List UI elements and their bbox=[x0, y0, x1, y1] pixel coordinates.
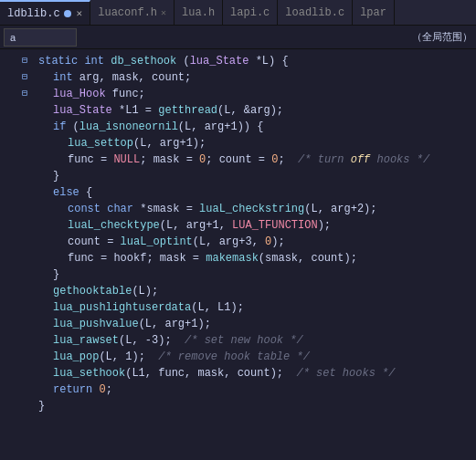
code-line-6: lua_settop(L, arg+1); bbox=[38, 135, 469, 152]
code-line-9: else { bbox=[38, 184, 469, 201]
code-line-15: gethooktable(L); bbox=[38, 283, 469, 299]
tab-luaconf-label: luaconf.h bbox=[98, 6, 157, 19]
code-line-14: } bbox=[38, 267, 469, 283]
fold-icon-2[interactable]: ⊟ bbox=[18, 69, 31, 86]
tab-lpar[interactable]: lpar bbox=[353, 0, 395, 25]
code-line-1: static int db_sethook (lua_State *L) { bbox=[38, 53, 469, 69]
tab-bar: ldblib.c ✕ luaconf.h ✕ lua.h lapi.c load… bbox=[0, 0, 476, 26]
code-line-12: count = luaL_optint(L, arg+3, 0); bbox=[38, 234, 469, 250]
tab-ldblib[interactable]: ldblib.c ✕ bbox=[0, 0, 90, 25]
code-line-2: int arg, mask, count; bbox=[38, 69, 469, 86]
search-input[interactable] bbox=[4, 28, 77, 47]
tab-loadlib[interactable]: loadlib.c bbox=[278, 0, 353, 25]
tab-lapi-label: lapi.c bbox=[230, 6, 270, 19]
code-area: ⊟ ⊟ ⊟ static int db_sethook (lua_State *… bbox=[0, 49, 476, 460]
tab-loadlib-label: loadlib.c bbox=[285, 6, 344, 19]
code-line-17: lua_pushvalue(L, arg+1); bbox=[38, 316, 469, 332]
code-line-4: lua_State *L1 = getthread(L, &arg); bbox=[38, 102, 469, 119]
tab-lpar-label: lpar bbox=[360, 6, 386, 19]
code-line-19: lua_pop(L, 1); /* remove hook table */ bbox=[38, 349, 469, 365]
tab-lapi[interactable]: lapi.c bbox=[223, 0, 278, 25]
code-line-10: const char *smask = luaL_checkstring(L, … bbox=[38, 201, 469, 217]
tab-lua-h[interactable]: lua.h bbox=[175, 0, 223, 25]
code-content[interactable]: static int db_sethook (lua_State *L) { i… bbox=[31, 49, 476, 460]
code-line-13: func = hookf; mask = makemask(smask, cou… bbox=[38, 250, 469, 267]
tab-luaconf-close[interactable]: ✕ bbox=[161, 7, 166, 18]
code-line-5: if (lua_isnoneornil(L, arg+1)) { bbox=[38, 119, 469, 135]
fold-gutter: ⊟ ⊟ ⊟ bbox=[18, 49, 31, 460]
code-line-7: func = NULL; mask = 0; count = 0; /* tur… bbox=[38, 152, 469, 168]
code-line-16: lua_pushlightuserdata(L, L1); bbox=[38, 299, 469, 316]
code-line-20: lua_sethook(L1, func, mask, count); /* s… bbox=[38, 365, 469, 382]
fold-icon-1[interactable]: ⊟ bbox=[18, 53, 31, 69]
toolbar: （全局范围） bbox=[0, 26, 476, 49]
code-line-18: lua_rawset(L, -3); /* set new hook */ bbox=[38, 332, 469, 349]
tab-ldblib-label: ldblib.c bbox=[7, 7, 60, 20]
scope-label: （全局范围） bbox=[412, 30, 472, 44]
fold-icon-3[interactable]: ⊟ bbox=[18, 86, 31, 102]
code-line-8: } bbox=[38, 168, 469, 184]
tab-ldblib-modified bbox=[64, 10, 71, 17]
code-line-11: luaL_checktype(L, arg+1, LUA_TFUNCTION); bbox=[38, 217, 469, 234]
code-line-21: return 0; bbox=[38, 382, 469, 398]
tab-lua-h-label: lua.h bbox=[182, 6, 215, 19]
code-line-22: } bbox=[38, 398, 469, 414]
line-numbers bbox=[0, 49, 18, 460]
code-line-3: lua_Hook func; bbox=[38, 86, 469, 102]
tab-luaconf[interactable]: luaconf.h ✕ bbox=[90, 0, 175, 25]
tab-ldblib-close[interactable]: ✕ bbox=[77, 7, 83, 19]
